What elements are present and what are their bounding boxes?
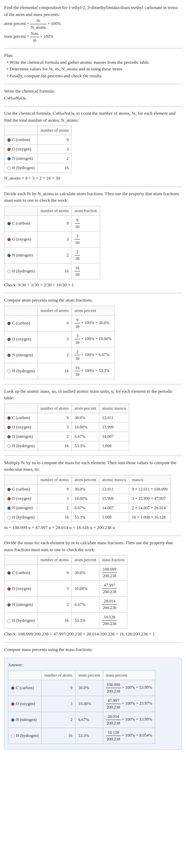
table-row: C (carbon)930.0%12.011	[5, 413, 129, 422]
element-swatch-icon	[7, 619, 11, 623]
plan-bullet: • Determine values for Nᵢ, mᵢ, N_atoms a…	[7, 66, 182, 72]
fraction-icon: 930	[74, 217, 80, 230]
table-row: C (carbon)930.0%108.099200.238 × 100% = …	[8, 680, 155, 696]
fraction-icon: 108.099200.238	[102, 566, 117, 579]
step-text: Multiply Nᵢ by mᵢ to compute the mass fo…	[4, 459, 182, 473]
step-text: Look up the atomic mass, mᵢ, in unified …	[4, 388, 182, 401]
divider	[4, 48, 182, 49]
step-count-atoms: Use the chemical formula, C₉H₁₆N₂O₃, to …	[4, 110, 182, 182]
element-swatch-icon	[7, 254, 11, 257]
divider	[4, 642, 182, 643]
step-mass-per-element: Multiply Nᵢ by mᵢ to compute the mass fo…	[4, 459, 182, 531]
element-swatch-icon	[7, 497, 11, 501]
step-text: Use the chemical formula, C₉H₁₆N₂O₃, to …	[4, 110, 182, 123]
table-row: O (oxygen)3330	[5, 231, 100, 247]
step-text: Compute mass percents using the mass fra…	[4, 646, 182, 653]
chemical-formula: C₉H₁₆N₂O₃	[4, 95, 182, 102]
element-swatch-icon	[7, 238, 11, 241]
table-row: H (hydrogen)1653.3%1.00816 × 1.008 = 16.…	[5, 512, 171, 522]
element-swatch-icon	[7, 444, 11, 448]
fraction-icon: 28.014200.238	[102, 598, 117, 611]
answer-heading: Answer:	[8, 661, 178, 668]
plan-heading: Plan:	[4, 52, 182, 59]
fraction-icon: 47.997200.238	[106, 697, 121, 710]
prompt-text: Find the elemental composition for 1-eth…	[4, 4, 182, 18]
divider	[4, 106, 182, 106]
intro: Find the elemental composition for 1-eth…	[4, 4, 182, 43]
mass-fraction-table: number of atomsatom percentmass fraction…	[4, 555, 127, 628]
step-heading: Write the chemical formula:	[4, 88, 182, 95]
step-atom-percents: Compute atom percents using the atom fra…	[4, 297, 182, 379]
fraction-icon: 1630	[74, 365, 80, 377]
sum-equation: m = 108.099 u + 47.997 u + 28.014 u + 16…	[4, 524, 182, 531]
table-row: C (carbon)9930	[5, 215, 100, 231]
step-text: Divide each Nᵢ by N_atoms to calculate a…	[4, 190, 182, 204]
atom-percent-formula: atom percent = NᵢN_atoms × 100%	[4, 18, 182, 31]
element-swatch-icon	[7, 435, 11, 439]
table-row: C (carbon)9930 × 100% = 30.0%	[5, 315, 115, 331]
step-mass-fractions: Divide the mass for each element by m to…	[4, 539, 182, 637]
answer-table: number of atomsatom percentmass percent …	[8, 670, 155, 744]
table-row: N (nitrogen)26.67%28.014200.238	[5, 597, 127, 613]
table-row: N (nitrogen)2230 × 100% = 6.67%	[5, 347, 115, 363]
fraction-icon: 16.128200.238	[102, 614, 117, 627]
table-row: H (hydrogen)16	[5, 163, 72, 173]
step-text: Compute atom percents using the atom fra…	[4, 297, 182, 304]
atomic-mass-table: number of atomsatom percentatomic mass/u…	[4, 403, 129, 451]
fraction-icon: 47.997200.238	[102, 582, 117, 595]
table-row: N (nitrogen)2	[5, 154, 72, 163]
element-swatch-icon	[11, 702, 15, 706]
plan: Plan: • Write the chemical formula and g…	[4, 52, 182, 79]
step-atom-fractions: Divide each Nᵢ by N_atoms to calculate a…	[4, 190, 182, 288]
divider	[4, 536, 182, 536]
fraction-icon: 330	[74, 333, 80, 346]
table-row: O (oxygen)310.00%15.9993 × 15.999 = 47.9…	[5, 494, 171, 503]
element-swatch-icon	[7, 416, 11, 420]
fraction-icon: 1630	[74, 265, 80, 278]
fraction-icon: 16.128200.238	[106, 729, 121, 742]
element-swatch-icon	[7, 166, 11, 170]
fraction-icon: 330	[74, 233, 80, 246]
fraction-icon: Nᵢmᵢm	[30, 31, 39, 43]
element-swatch-icon	[7, 157, 11, 160]
element-swatch-icon	[7, 426, 11, 429]
divider	[4, 186, 182, 187]
element-swatch-icon	[11, 718, 15, 722]
element-swatch-icon	[7, 370, 11, 373]
table-row: H (hydrogen)1653.3%16.128200.238 × 100% …	[8, 728, 155, 744]
plan-bullet: • Finally, compute the percents and chec…	[7, 72, 182, 79]
table-row: N (nitrogen)26.67%14.007	[5, 432, 129, 441]
atom-percent-table: number of atomsatom percent C (carbon)99…	[4, 306, 115, 379]
element-swatch-icon	[7, 322, 11, 325]
table-row: O (oxygen)310.00%47.997200.238 × 100% = …	[8, 696, 155, 712]
step-text: Divide the mass for each element by m to…	[4, 539, 182, 553]
check-equation: Check: 9/30 + 3/30 + 2/30 + 16/30 = 1	[4, 281, 182, 288]
element-swatch-icon	[7, 138, 11, 142]
divider	[4, 293, 182, 293]
element-swatch-icon	[11, 686, 15, 690]
element-swatch-icon	[7, 338, 11, 341]
divider	[4, 384, 182, 384]
fraction-icon: 230	[74, 349, 80, 362]
table-row: H (hydrogen)161630	[5, 263, 100, 279]
element-swatch-icon	[7, 354, 11, 357]
atom-fraction-table: number of atomsatom fraction C (carbon)9…	[4, 206, 100, 279]
element-swatch-icon	[7, 603, 11, 607]
atoms-table: number of atoms C (carbon)9O (oxygen)3N …	[4, 125, 72, 173]
table-row: N (nitrogen)26.67%28.014200.238 × 100% =…	[8, 712, 155, 728]
fraction-icon: 28.014200.238	[106, 713, 121, 726]
divider	[4, 455, 182, 456]
element-swatch-icon	[7, 516, 11, 519]
element-swatch-icon	[7, 506, 11, 510]
table-row: O (oxygen)310.00%15.999	[5, 422, 129, 432]
element-swatch-icon	[7, 270, 11, 273]
table-row: C (carbon)9	[5, 135, 72, 145]
element-swatch-icon	[7, 148, 11, 151]
step-formula: Write the chemical formula: C₉H₁₆N₂O₃	[4, 88, 182, 101]
check-equation: Check: 108.099/200.238 + 47.997/200.238 …	[4, 631, 182, 637]
divider	[4, 84, 182, 84]
table-row: O (oxygen)3	[5, 145, 72, 154]
element-swatch-icon	[7, 222, 11, 225]
answer-box: Answer: number of atomsatom percentmass …	[4, 658, 182, 750]
step-atomic-mass: Look up the atomic mass, mᵢ, in unified …	[4, 388, 182, 451]
